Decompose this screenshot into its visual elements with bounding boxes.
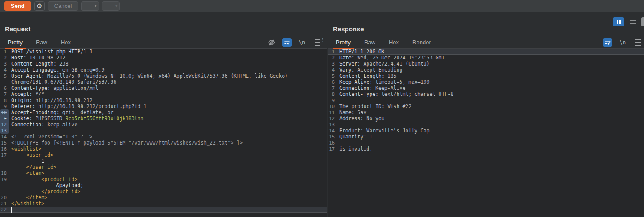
editor-line-text: <wishlist> (9, 146, 41, 152)
clipped-layout-icon[interactable] (641, 17, 644, 26)
rows-layout-icon[interactable] (627, 17, 638, 26)
response-tab-pretty[interactable]: Pretty (333, 36, 354, 49)
editor-line-text: <item> (9, 170, 44, 176)
request-tab-raw[interactable]: Raw (33, 36, 50, 49)
editor-row: 2Date: Wed, 25 Dec 2024 19:23:53 GMT (328, 55, 644, 61)
editor-line-text: Cookie: PHPSESSID=9cb5rbf556fft93ol0jk18… (9, 115, 144, 122)
editor-row: 2Host: 10.10.98.212 (0, 55, 327, 61)
editor-row: 19 <product_id> (0, 176, 327, 182)
editor-row: 18 <item> (0, 170, 327, 176)
editor-line-text: The product ID: Wish #22 (337, 103, 411, 109)
line-number: ▶ (0, 115, 9, 122)
editor-row: 17 <user_id> (0, 152, 327, 158)
cancel-button[interactable]: Cancel (48, 1, 78, 11)
editor-row: </product_id> (0, 188, 327, 194)
editor-line-text: Address: No you (337, 115, 384, 122)
editor-line-text: POST /wishlist.php HTTP/1.1 (9, 49, 92, 55)
request-tabstrip: Pretty Raw Hex (0, 36, 327, 49)
line-number: 3 (0, 61, 9, 67)
editor-line-text: Accept: */* (9, 91, 44, 97)
editor-line-text: &payload; (9, 182, 83, 188)
response-tab-render[interactable]: Render (409, 36, 434, 49)
editor-line-text: is invalid. (337, 146, 372, 152)
editor-row: 15Quantity: 1 (328, 134, 644, 140)
request-panel: Request Pretty Raw Hex (0, 12, 327, 217)
line-number: 22 (0, 207, 9, 213)
response-editor[interactable]: 1HTTP/1.1 200 OK2Date: Wed, 25 Dec 2024 … (328, 49, 644, 217)
editor-row: 12Connection: keep-alive (0, 122, 327, 128)
editor-row: 16-------------------------------------- (328, 140, 644, 146)
back-button[interactable]: ▾ (81, 1, 99, 11)
line-number: 16 (0, 146, 9, 152)
line-number: 14 (0, 134, 9, 140)
editor-row: 21</wishlist> (0, 201, 327, 207)
editor-line-text: Accept-Encoding: gzip, deflate, br (9, 109, 113, 115)
hide-matches-eye-off-icon[interactable] (267, 38, 276, 47)
forward-button[interactable]: ▾ (102, 1, 120, 11)
chevron-right-icon[interactable] (102, 2, 113, 11)
line-number: 17 (0, 152, 9, 158)
editor-line-text (9, 128, 11, 134)
line-number: 13 (328, 122, 337, 128)
editor-line-text: HTTP/1.1 200 OK (337, 49, 384, 55)
editor-line-text: Content-Type: application/xml (9, 85, 99, 91)
editor-line-text: </item> (9, 194, 47, 201)
editor-line-text: Content-Length: 238 (9, 61, 69, 67)
show-newlines-icon[interactable]: \n (297, 38, 307, 47)
line-number (0, 164, 9, 170)
send-button[interactable]: Send (4, 1, 31, 11)
editor-row: 7Connection: Keep-Alive (328, 85, 644, 91)
editor-line-text: <!DOCTYPE foo [<!ENTITY payload SYSTEM "… (9, 140, 243, 146)
line-number: 7 (328, 85, 337, 91)
word-wrap-icon[interactable] (603, 38, 612, 47)
line-number: 1 (328, 49, 337, 55)
line-number: 5 (328, 73, 337, 79)
line-number: 6 (0, 85, 9, 91)
editor-row: 22 (0, 207, 327, 213)
editor-line-text: Keep-Alive: timeout=5, max=100 (337, 79, 430, 85)
editor-row: 8Content-Type: text/html; charset=UTF-8 (328, 91, 644, 97)
editor-row: &payload; (0, 182, 327, 188)
line-number: 12 (328, 115, 337, 122)
editor-row: 6Content-Type: application/xml (0, 85, 327, 91)
request-tab-pretty[interactable]: Pretty (5, 36, 26, 49)
editor-line-text: <user_id> (9, 152, 53, 158)
text-caret (11, 207, 12, 213)
editor-line-text: Host: 10.10.98.212 (9, 55, 66, 61)
back-history-dropdown[interactable]: ▾ (92, 2, 99, 10)
menu-icon[interactable] (633, 38, 643, 47)
editor-line-text: </user_id> (9, 164, 56, 170)
line-number: 8 (328, 91, 337, 97)
line-number: 21 (0, 201, 9, 207)
request-tab-hex[interactable]: Hex (58, 36, 74, 49)
editor-line-text: Connection: keep-alive (9, 122, 77, 128)
line-number: 1 (0, 49, 9, 55)
editor-line-text: </wishlist> (9, 201, 44, 207)
settings-gear-icon[interactable]: ⚙ (34, 1, 45, 11)
chevron-left-icon[interactable] (82, 2, 92, 11)
forward-history-dropdown[interactable]: ▾ (113, 2, 119, 10)
divider-grip-icon[interactable]: ⋮ (320, 39, 325, 41)
editor-line-text: Name: Sav (337, 109, 366, 115)
editor-row: 1HTTP/1.1 200 OK (328, 49, 644, 55)
editor-line-text: -------------------------------------- (337, 140, 453, 146)
line-number (0, 79, 9, 85)
editor-row: </user_id> (0, 164, 327, 170)
response-panel-title: Response (328, 25, 644, 36)
response-tab-raw[interactable]: Raw (361, 36, 378, 49)
view-layout-controls (613, 17, 644, 26)
request-editor[interactable]: 1POST /wishlist.php HTTP/1.12Host: 10.10… (0, 49, 327, 217)
show-newlines-icon[interactable]: \n (618, 38, 628, 47)
editor-row: 13-------------------------------------- (328, 122, 644, 128)
line-number: 2 (328, 55, 337, 61)
editor-row: 3Server: Apache/2.4.41 (Ubuntu) (328, 61, 644, 67)
editor-line-text: Server: Apache/2.4.41 (Ubuntu) (337, 61, 430, 67)
response-tab-hex[interactable]: Hex (386, 36, 402, 49)
editor-row: ▶Cookie: PHPSESSID=9cb5rbf556fft93ol0jk1… (0, 115, 327, 122)
editor-row: 11Name: Sav (328, 109, 644, 115)
editor-line-text: -------------------------------------- (337, 122, 453, 128)
word-wrap-icon[interactable] (282, 38, 292, 47)
pause-icon[interactable] (613, 17, 624, 26)
editor-row: 14Product: Wareville's Jolly Cap (328, 128, 644, 134)
line-number: 10 (0, 109, 9, 115)
